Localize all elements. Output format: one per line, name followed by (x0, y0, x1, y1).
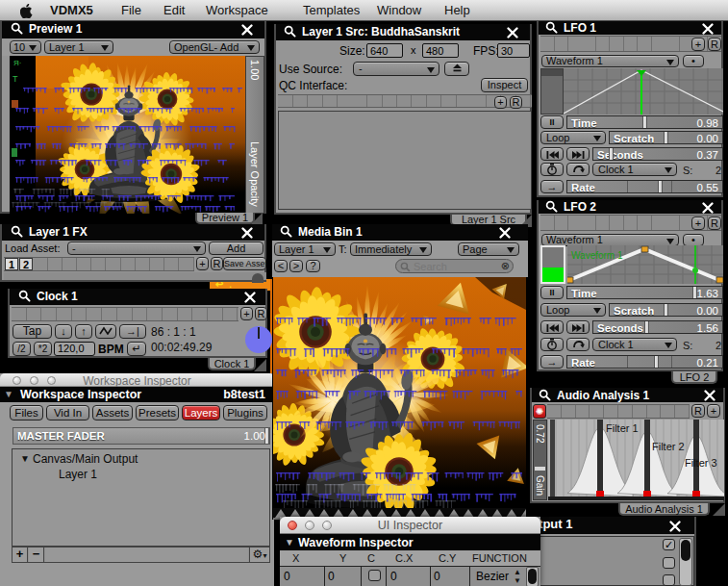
svg-text:Waveform 1: Waveform 1 (571, 250, 623, 261)
svg-text:Filter 2: Filter 2 (652, 441, 685, 452)
svg-text:Я·: Я· (13, 59, 21, 67)
svg-text:Filter 3: Filter 3 (685, 457, 717, 469)
svg-text:Filter 1: Filter 1 (606, 422, 639, 434)
svg-text:T: T (13, 74, 18, 84)
